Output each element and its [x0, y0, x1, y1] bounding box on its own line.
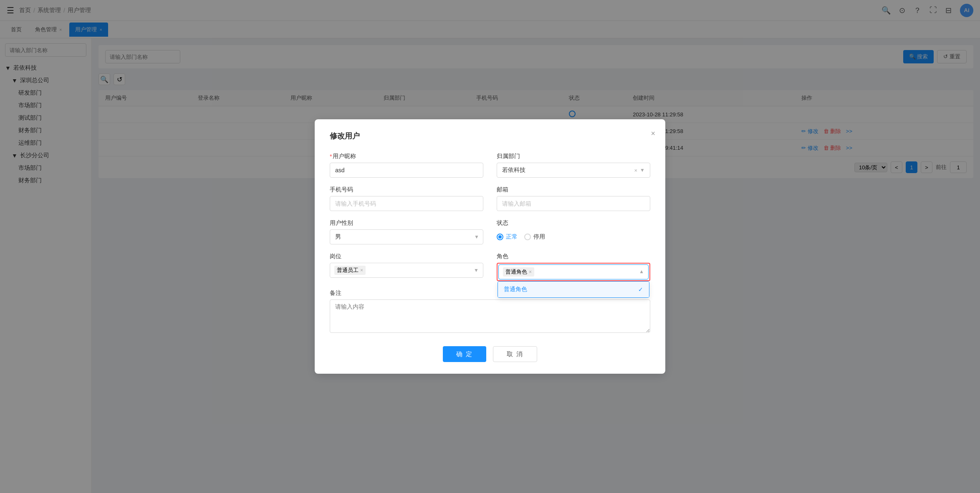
nickname-input[interactable] [330, 163, 483, 178]
gender-label: 用户性别 [330, 219, 483, 227]
edit-user-modal: 修改用户 × * 用户昵称 归属部门 若依科技 × ▼ [315, 119, 665, 374]
form-row-nickname: * 用户昵称 [330, 153, 483, 178]
form-row-email: 邮箱 [497, 186, 650, 211]
form-row-dept: 归属部门 若依科技 × ▼ [497, 153, 650, 178]
role-chevron-icon: ▼ [639, 269, 644, 275]
position-tag-input[interactable]: 普通员工 × ▼ [330, 263, 483, 278]
position-chevron-icon: ▼ [474, 267, 479, 273]
radio-normal[interactable]: 正常 [497, 233, 518, 241]
radio-group: 正常 停用 [497, 233, 545, 241]
phone-input[interactable] [330, 196, 483, 211]
email-label: 邮箱 [497, 186, 650, 194]
role-dropdown-item-normal[interactable]: 普通角色 ✓ [498, 282, 649, 297]
email-input[interactable] [497, 196, 650, 211]
check-icon: ✓ [638, 286, 643, 293]
role-tag-label: 普通角色 [505, 268, 527, 276]
role-tag-input[interactable]: 普通角色 × ▼ [498, 264, 649, 279]
modal-form: * 用户昵称 归属部门 若依科技 × ▼ 手机号码 [330, 153, 650, 333]
radio-label-normal: 正常 [506, 233, 518, 241]
modal-close-button[interactable]: × [651, 129, 655, 138]
role-dropdown: 普通角色 ✓ [498, 281, 649, 298]
status-label: 状态 [497, 219, 650, 227]
dept-value: 若依科技 [502, 166, 632, 174]
dept-label: 归属部门 [497, 153, 650, 160]
dept-select[interactable]: 若依科技 × ▼ [497, 163, 650, 178]
form-row-phone: 手机号码 [330, 186, 483, 211]
status-radio-group: 正常 停用 [497, 229, 650, 244]
role-option-label: 普通角色 [504, 286, 527, 293]
radio-label-disabled: 停用 [533, 233, 545, 241]
modal-overlay: 修改用户 × * 用户昵称 归属部门 若依科技 × ▼ [0, 0, 980, 493]
role-tag-remove[interactable]: × [529, 269, 532, 275]
gender-select-wrap: ▼ [330, 229, 483, 244]
confirm-button[interactable]: 确 定 [443, 346, 486, 362]
gender-select[interactable] [330, 229, 483, 244]
radio-dot-disabled [524, 234, 531, 240]
form-row-role: 角色 普通角色 × ▼ 普通角色 ✓ [497, 253, 650, 281]
position-tag-label: 普通员工 [337, 267, 359, 274]
modal-footer: 确 定 取 消 [330, 346, 650, 362]
cancel-button[interactable]: 取 消 [493, 346, 537, 362]
position-tag-remove[interactable]: × [360, 267, 363, 273]
dept-chevron-icon: ▼ [640, 167, 645, 173]
role-tag: 普通角色 × [503, 267, 534, 277]
radio-disabled[interactable]: 停用 [524, 233, 545, 241]
position-label: 岗位 [330, 253, 483, 260]
form-row-gender: 用户性别 ▼ [330, 219, 483, 244]
nickname-label: * 用户昵称 [330, 153, 483, 160]
dept-clear-icon[interactable]: × [634, 167, 638, 174]
role-label: 角色 [497, 253, 650, 260]
modal-title: 修改用户 [330, 131, 650, 141]
role-field-wrap: 普通角色 × ▼ 普通角色 ✓ [497, 263, 650, 281]
radio-dot-normal [497, 234, 503, 240]
position-tag: 普通员工 × [334, 266, 366, 275]
form-row-status: 状态 正常 停用 [497, 219, 650, 244]
phone-label: 手机号码 [330, 186, 483, 194]
remark-textarea[interactable] [330, 299, 650, 333]
form-row-position: 岗位 普通员工 × ▼ [330, 253, 483, 281]
